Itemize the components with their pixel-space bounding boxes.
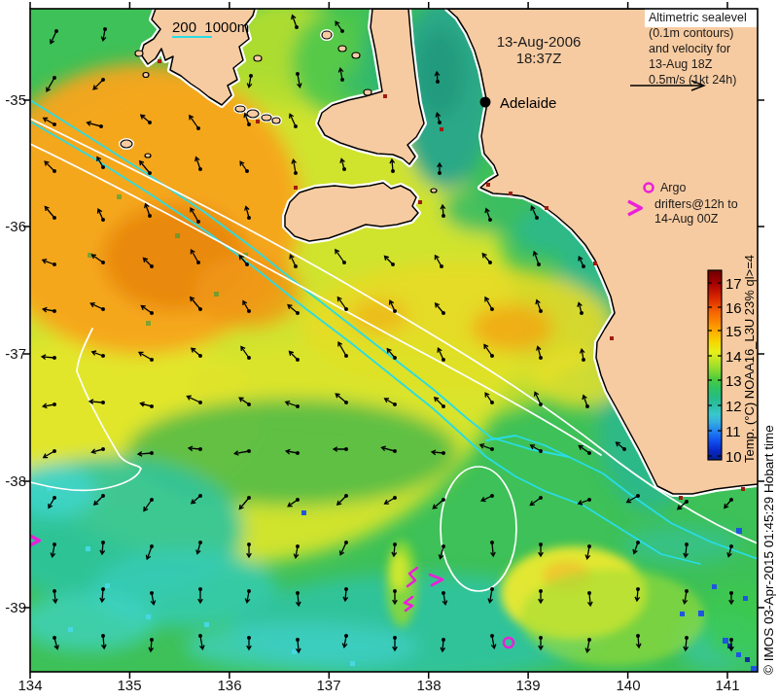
cbar-tick-11: 11 (725, 423, 741, 439)
lat-tick-39: -39 (0, 600, 26, 615)
lat-tick-36: -36 (0, 219, 26, 234)
lat-tick-37: -37 (0, 346, 26, 362)
credit-line: © IMOS 03-Apr-2015 01:45:29 Hobart time (761, 425, 776, 675)
altimetric-legend-line5: 0.5m/s (1kt 24h) (649, 72, 747, 88)
altimetric-legend-line4: 13-Aug 18Z (649, 56, 747, 72)
lat-tick-38: -38 (0, 473, 26, 489)
cbar-tick-12: 12 (725, 398, 742, 414)
cbar-tick-15: 15 (725, 323, 742, 339)
cbar-tick-17: 17 (725, 275, 742, 292)
cbar-tick-16: 16 (725, 299, 742, 316)
colorbar-title: Temp. (°C) NOAA16_L3U 23% ql>=4 (742, 255, 757, 463)
lat-tick-35: -35 (0, 92, 26, 108)
altimetric-legend-line2: (0.1m contours) (649, 25, 747, 41)
adelaide-city-label: Adelaide (500, 94, 556, 111)
sst-map-window: 134 135 136 137 138 139 140 141 -35 -36 … (0, 0, 778, 700)
drifter-legend-line2: 14-Aug 00Z (654, 212, 718, 226)
altimetric-legend-line3: and velocity for (649, 41, 747, 56)
lon-tick-141: 141 (708, 677, 747, 693)
lon-tick-137: 137 (309, 677, 348, 693)
lon-tick-134: 134 (11, 677, 50, 693)
lon-tick-138: 138 (409, 677, 448, 693)
cbar-tick-13: 13 (725, 372, 742, 389)
depth-legend-label: 200 1000m (172, 18, 249, 35)
altimetric-legend: Altimetric sealevel (0.1m contours) and … (649, 10, 747, 88)
lon-tick-139: 139 (509, 677, 548, 693)
cbar-tick-14: 14 (725, 348, 742, 365)
adelaide-city-dot (480, 97, 491, 108)
argo-legend-label: Argo (660, 181, 686, 194)
timestamp-time: 18:37Z (475, 51, 603, 67)
cbar-tick-10: 10 (725, 448, 742, 465)
lon-tick-140: 140 (609, 677, 648, 693)
timestamp: 13-Aug-2006 18:37Z (475, 34, 603, 66)
lon-tick-136: 136 (210, 677, 249, 693)
altimetric-legend-line1: Altimetric sealevel (649, 10, 747, 25)
colorbar (708, 270, 722, 460)
ocean-temperature-field (0, 0, 778, 681)
sst-map-canvas (0, 0, 778, 700)
timestamp-date: 13-Aug-2006 (475, 34, 603, 51)
lon-tick-135: 135 (110, 677, 149, 693)
drifter-legend-line1: drifters@12h to (654, 197, 738, 211)
